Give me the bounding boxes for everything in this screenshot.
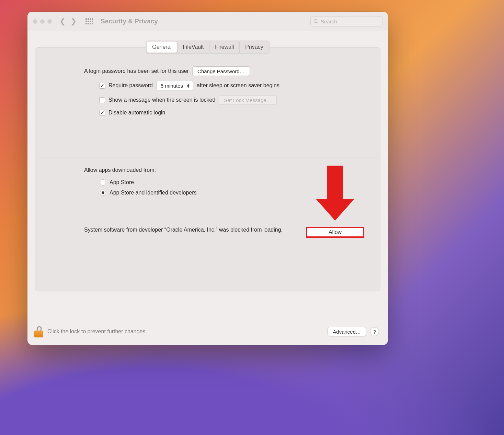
password-delay-value: 5 minutes xyxy=(161,83,183,89)
chevron-updown-icon: ▲▼ xyxy=(186,83,190,88)
tab-bar: General FileVault Firewall Privacy xyxy=(146,41,270,54)
general-panel: A login password has been set for this u… xyxy=(35,47,380,291)
advanced-button[interactable]: Advanced… xyxy=(328,327,366,336)
password-delay-select[interactable]: 5 minutes ▲▼ xyxy=(156,81,193,90)
blocked-software-text: System software from developer “Oracle A… xyxy=(84,227,283,233)
tab-filevault[interactable]: FileVault xyxy=(177,42,209,53)
annotation-arrow-icon xyxy=(316,166,354,224)
require-password-label: Require password xyxy=(108,82,153,89)
radio-appstore-label: App Store xyxy=(110,179,134,186)
security-privacy-window: ❮ ❯ Security & Privacy Search General Fi… xyxy=(27,12,388,345)
login-password-text: A login password has been set for this u… xyxy=(84,68,189,74)
tab-general[interactable]: General xyxy=(147,42,177,53)
nav-controls: ❮ ❯ xyxy=(59,17,77,26)
search-input[interactable]: Search xyxy=(310,16,382,26)
disable-auto-login-checkbox[interactable] xyxy=(99,110,105,116)
search-placeholder: Search xyxy=(321,19,337,24)
window-title: Security & Privacy xyxy=(101,18,158,25)
tab-firewall[interactable]: Firewall xyxy=(209,42,240,53)
disable-auto-login-row: Disable automatic login xyxy=(99,110,364,116)
close-icon[interactable] xyxy=(33,19,37,24)
lock-hint-text: Click the lock to prevent further change… xyxy=(47,328,147,335)
radio-identified[interactable] xyxy=(100,190,106,196)
footer: Click the lock to prevent further change… xyxy=(27,326,388,345)
search-icon xyxy=(313,19,319,24)
forward-button[interactable]: ❯ xyxy=(70,17,77,26)
section-divider xyxy=(35,157,380,157)
radio-identified-label: App Store and identified developers xyxy=(110,190,197,196)
require-password-row: Require password 5 minutes ▲▼ after slee… xyxy=(99,81,364,90)
allow-button[interactable]: Allow xyxy=(306,227,364,238)
radio-appstore[interactable] xyxy=(100,179,106,186)
tab-privacy[interactable]: Privacy xyxy=(240,42,268,53)
lock-icon[interactable] xyxy=(34,326,43,337)
show-message-checkbox[interactable] xyxy=(99,97,105,103)
traffic-lights xyxy=(33,19,52,24)
set-lock-message-button: Set Lock Message… xyxy=(219,95,276,105)
show-all-icon[interactable] xyxy=(85,18,93,24)
disable-auto-login-label: Disable automatic login xyxy=(108,110,165,116)
allow-apps-heading: Allow apps downloaded from: xyxy=(84,167,156,173)
change-password-button[interactable]: Change Password… xyxy=(192,66,250,76)
after-sleep-text: after sleep or screen saver begins xyxy=(197,82,279,89)
zoom-icon[interactable] xyxy=(47,19,52,24)
help-button[interactable]: ? xyxy=(370,327,379,336)
show-message-label: Show a message when the screen is locked xyxy=(108,97,215,103)
blocked-software-row: System software from developer “Oracle A… xyxy=(84,227,364,238)
login-password-row: A login password has been set for this u… xyxy=(84,66,364,76)
back-button[interactable]: ❮ xyxy=(59,17,66,26)
minimize-icon[interactable] xyxy=(40,19,45,24)
require-password-checkbox[interactable] xyxy=(99,83,105,89)
titlebar: ❮ ❯ Security & Privacy Search xyxy=(27,12,388,31)
show-message-row: Show a message when the screen is locked… xyxy=(99,95,364,105)
